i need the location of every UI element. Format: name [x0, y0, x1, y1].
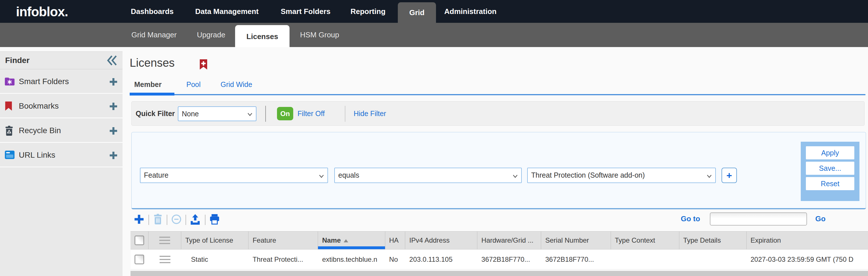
cell-ha: No	[385, 249, 405, 269]
column-header-hardware-grid[interactable]: Hardware/Grid ...	[477, 232, 541, 249]
column-header-serial-number[interactable]: Serial Number	[541, 232, 611, 249]
tab-member[interactable]: Member	[134, 81, 162, 89]
sidebar-item-label: Bookmarks	[19, 94, 59, 118]
top-nav-administration[interactable]: Administration	[444, 0, 496, 23]
add-filter-condition-button[interactable]: +	[721, 167, 737, 183]
chevron-down-icon	[247, 112, 252, 116]
cell-name: extibns.techblue.n	[318, 249, 385, 269]
sort-ascending-icon	[344, 239, 348, 242]
cell-serial-number: 3672B18F770...	[541, 249, 611, 269]
url-links-icon	[5, 150, 15, 160]
filter-toggle-label: On	[280, 110, 290, 118]
reset-button[interactable]: Reset	[806, 177, 854, 190]
sub-nav-upgrade[interactable]: Upgrade	[197, 23, 225, 47]
column-header-type-details[interactable]: Type Details	[679, 232, 747, 249]
recycle-bin-icon	[5, 126, 15, 135]
top-nav-reporting[interactable]: Reporting	[350, 0, 385, 23]
cell-feature: Threat Protecti...	[248, 249, 318, 269]
add-license-icon[interactable]	[134, 214, 145, 225]
sub-nav-hsm-group[interactable]: HSM Group	[300, 23, 339, 47]
column-header-type-of-license[interactable]: Type of License	[181, 232, 248, 249]
cell-type-of-license: Static	[181, 249, 248, 269]
column-header-expiration[interactable]: Expiration	[747, 232, 868, 249]
column-header-ha[interactable]: HA	[385, 232, 405, 249]
divider	[345, 106, 345, 122]
top-nav-grid-label: Grid	[409, 8, 424, 17]
tab-grid-wide[interactable]: Grid Wide	[221, 81, 252, 89]
active-tab-indicator	[130, 93, 175, 95]
hide-filter-link[interactable]: Hide Filter	[354, 101, 386, 125]
goto-label: Go to	[681, 214, 700, 223]
sidebar-item-smart-folders[interactable]: Smart Folders	[0, 69, 123, 94]
sub-nav-bar: Grid Manager Upgrade Licenses HSM Group	[0, 23, 868, 47]
filter-value-select[interactable]: Threat Protection (Software add-on)	[527, 167, 716, 183]
top-nav-grid-active-tab[interactable]: Grid	[398, 2, 436, 23]
cell-type-details	[679, 249, 747, 269]
sidebar-item-bookmarks[interactable]: Bookmarks	[0, 94, 123, 118]
horizontal-scrollbar[interactable]	[130, 271, 868, 276]
cell-ipv4-address: 203.0.113.105	[405, 249, 477, 269]
quick-filter-selected-value: None	[182, 107, 199, 121]
sub-nav-grid-manager[interactable]: Grid Manager	[131, 23, 177, 47]
filter-off-link[interactable]: Filter Off	[298, 101, 324, 125]
save-button[interactable]: Save...	[806, 162, 854, 175]
filter-operator-select[interactable]: equals	[334, 167, 522, 183]
chevron-down-icon	[707, 174, 712, 177]
finder-panel: Finder Smart Folders Bookmarks	[0, 51, 123, 276]
go-button[interactable]: Go	[815, 214, 826, 223]
print-icon[interactable]	[209, 214, 221, 225]
bookmark-icon	[5, 101, 15, 111]
sidebar-item-url-links[interactable]: URL Links	[0, 143, 123, 167]
column-header-name[interactable]: Name	[318, 232, 385, 249]
column-header-feature[interactable]: Feature	[248, 232, 318, 249]
divider	[186, 215, 186, 225]
sub-nav-licenses-active-tab[interactable]: Licenses	[235, 25, 289, 47]
table-menu-icon[interactable]	[159, 237, 170, 244]
finder-title: Finder	[5, 52, 30, 69]
sidebar-item-label: Recycle Bin	[19, 118, 61, 143]
add-bookmark-page-icon[interactable]	[199, 59, 208, 70]
tab-row-divider	[175, 94, 865, 95]
add-url-link-button[interactable]	[110, 151, 117, 159]
select-all-checkbox[interactable]	[134, 236, 144, 245]
divider	[149, 215, 149, 225]
add-smart-folder-button[interactable]	[110, 78, 117, 86]
quick-filter-bar: Quick Filter None On Filter Off Hide Fil…	[131, 101, 865, 126]
add-recycle-bin-button[interactable]	[110, 127, 117, 135]
row-select-cell	[130, 249, 149, 269]
apply-button[interactable]: Apply	[806, 146, 854, 159]
top-nav-smart-folders[interactable]: Smart Folders	[281, 0, 331, 23]
filter-field-select[interactable]: Feature	[140, 167, 328, 183]
sidebar-item-recycle-bin[interactable]: Recycle Bin	[0, 118, 123, 143]
collapse-sidebar-icon[interactable]	[106, 55, 117, 66]
filter-toggle-on-button[interactable]: On	[277, 107, 293, 120]
chevron-down-icon	[319, 174, 324, 177]
licenses-table: Type of License Feature Name HA IPv4 Add…	[130, 231, 868, 270]
table-row[interactable]: Static Threat Protecti... extibns.techbl…	[130, 249, 868, 270]
goto-input[interactable]	[710, 212, 807, 225]
filter-value-value: Threat Protection (Software add-on)	[531, 168, 645, 182]
column-header-ipv4-address[interactable]: IPv4 Address	[405, 232, 477, 249]
row-checkbox[interactable]	[134, 255, 144, 264]
row-menu-header-cell	[149, 232, 182, 249]
quick-filter-select[interactable]: None	[178, 106, 256, 121]
row-menu-icon[interactable]	[160, 256, 170, 263]
top-nav-bar: infoblox. Dashboards Data Management Sma…	[0, 0, 868, 23]
tab-pool[interactable]: Pool	[186, 81, 200, 89]
add-bookmark-button[interactable]	[110, 102, 117, 110]
column-header-type-context[interactable]: Type Context	[611, 232, 679, 249]
top-nav-dashboards[interactable]: Dashboards	[131, 0, 174, 23]
table-header-row: Type of License Feature Name HA IPv4 Add…	[130, 231, 868, 249]
upload-icon[interactable]	[190, 214, 201, 225]
exclude-icon[interactable]	[171, 214, 182, 225]
select-all-header-cell	[130, 232, 149, 249]
app-window: infoblox. Dashboards Data Management Sma…	[0, 0, 868, 276]
delete-icon[interactable]	[153, 214, 164, 225]
finder-header: Finder	[0, 52, 123, 69]
divider	[167, 215, 167, 225]
top-nav-data-management[interactable]: Data Management	[195, 0, 259, 23]
row-menu-cell	[149, 249, 182, 269]
smart-folder-icon	[5, 77, 15, 86]
finder-sidebar: Finder Smart Folders Bookmarks	[0, 47, 123, 276]
filter-field-value: Feature	[144, 168, 168, 182]
